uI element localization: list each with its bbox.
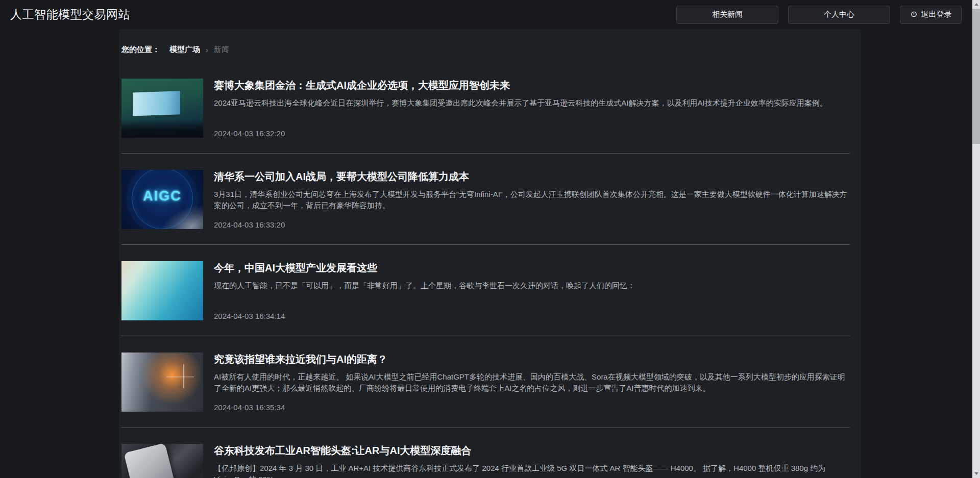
scrollbar-up-arrow-icon[interactable]	[972, 0, 980, 9]
news-item-body: 清华系一公司加入AI战局，要帮大模型公司降低算力成本 3月31日，清华系创业公司…	[214, 170, 850, 229]
news-description: 现在的人工智能，已不是「可以用」，而是「非常好用」了。上个星期，谷歌与李世石一次…	[214, 280, 850, 291]
news-item-body: 赛博大象集团金治：生成式AI成企业必选项，大模型应用智创未来 2024亚马逊云科…	[214, 79, 850, 138]
news-item-body: 今年，中国AI大模型产业发展看这些 现在的人工智能，已不是「可以用」，而是「非常…	[214, 261, 850, 320]
news-title[interactable]: 今年，中国AI大模型产业发展看这些	[214, 262, 850, 274]
profile-button[interactable]: 个人中心	[788, 6, 890, 24]
main-content: 您的位置： 模型广场 › 新闻 赛博大象集团金治：生成式AI成企业必选项，大模型…	[119, 29, 861, 478]
divider	[121, 244, 850, 245]
logout-button[interactable]: 退出登录	[900, 6, 962, 24]
news-title[interactable]: 清华系一公司加入AI战局，要帮大模型公司降低算力成本	[214, 170, 850, 183]
news-thumbnail-conference-stage[interactable]	[121, 79, 203, 138]
thumbnail-aigc-text: AIGC	[143, 188, 182, 204]
related-news-button[interactable]: 相关新闻	[676, 6, 778, 24]
news-thumbnail-aerial-beach[interactable]	[121, 261, 203, 320]
news-title[interactable]: 谷东科技发布工业AR智能头盔:让AR与AI大模型深度融合	[214, 444, 850, 457]
divider	[121, 336, 850, 336]
site-title: 人工智能模型交易网站	[10, 7, 130, 22]
power-icon	[910, 11, 918, 18]
news-title[interactable]: 究竟该指望谁来拉近我们与AI的距离？	[214, 353, 850, 366]
news-item: 今年，中国AI大模型产业发展看这些 现在的人工智能，已不是「可以用」，而是「非常…	[121, 261, 850, 320]
vertical-scrollbar[interactable]	[972, 0, 980, 478]
news-timestamp: 2024-04-03 16:33:20	[214, 220, 850, 229]
chevron-right-icon: ›	[206, 46, 208, 54]
news-thumbnail-aigc-robot-hand[interactable]: AIGC	[121, 170, 203, 229]
news-timestamp: 2024-04-03 16:32:20	[214, 129, 850, 138]
news-description: AI被所有人使用的时代，正越来越近。 如果说AI大模型之前已经用ChatGPT多…	[214, 371, 850, 394]
news-description: 2024亚马逊云科技出海全球化峰会近日在深圳举行，赛博大象集团受邀出席此次峰会并…	[214, 97, 850, 109]
news-item-body: 究竟该指望谁来拉近我们与AI的距离？ AI被所有人使用的时代，正越来越近。 如果…	[214, 353, 850, 412]
news-thumbnail-tablet-hologram[interactable]	[121, 353, 203, 412]
news-description: 【亿邦原创】2024 年 3 月 30 日，工业 AR+AI 技术提供商谷东科技…	[214, 463, 850, 478]
news-item: S 谷东科技发布工业AR智能头盔:让AR与AI大模型深度融合 【亿邦原创】202…	[121, 444, 850, 478]
divider	[121, 427, 850, 427]
news-list: 赛博大象集团金治：生成式AI成企业必选项，大模型应用智创未来 2024亚马逊云科…	[121, 79, 850, 478]
news-timestamp: 2024-04-03 16:34:14	[214, 312, 850, 320]
news-timestamp: 2024-04-03 16:35:34	[214, 403, 850, 412]
scrollbar-down-arrow-icon[interactable]	[972, 469, 980, 478]
breadcrumb-prefix: 您的位置：	[121, 45, 160, 55]
breadcrumb-link-model-square[interactable]: 模型广场	[169, 45, 200, 55]
news-item: AIGC 清华系一公司加入AI战局，要帮大模型公司降低算力成本 3月31日，清华…	[121, 170, 850, 229]
logout-button-label: 退出登录	[921, 10, 952, 19]
divider	[121, 153, 850, 154]
header-actions: 相关新闻 个人中心 退出登录	[676, 6, 962, 24]
news-title[interactable]: 赛博大象集团金治：生成式AI成企业必选项，大模型应用智创未来	[214, 79, 850, 92]
scrollbar-thumb[interactable]	[972, 9, 980, 144]
breadcrumb: 您的位置： 模型广场 › 新闻	[121, 45, 850, 55]
news-description: 3月31日，清华系创业公司无问芯穹在上海发布了大模型开发与服务平台“无穹Infi…	[214, 189, 850, 211]
news-item: 赛博大象集团金治：生成式AI成企业必选项，大模型应用智创未来 2024亚马逊云科…	[121, 79, 850, 138]
app-header: 人工智能模型交易网站 相关新闻 个人中心 退出登录	[0, 0, 980, 29]
breadcrumb-current-news: 新闻	[214, 45, 229, 55]
news-thumbnail-ar-helmet-collage[interactable]: S	[121, 444, 203, 478]
news-item-body: 谷东科技发布工业AR智能头盔:让AR与AI大模型深度融合 【亿邦原创】2024 …	[214, 444, 850, 478]
news-item: 究竟该指望谁来拉近我们与AI的距离？ AI被所有人使用的时代，正越来越近。 如果…	[121, 353, 850, 412]
